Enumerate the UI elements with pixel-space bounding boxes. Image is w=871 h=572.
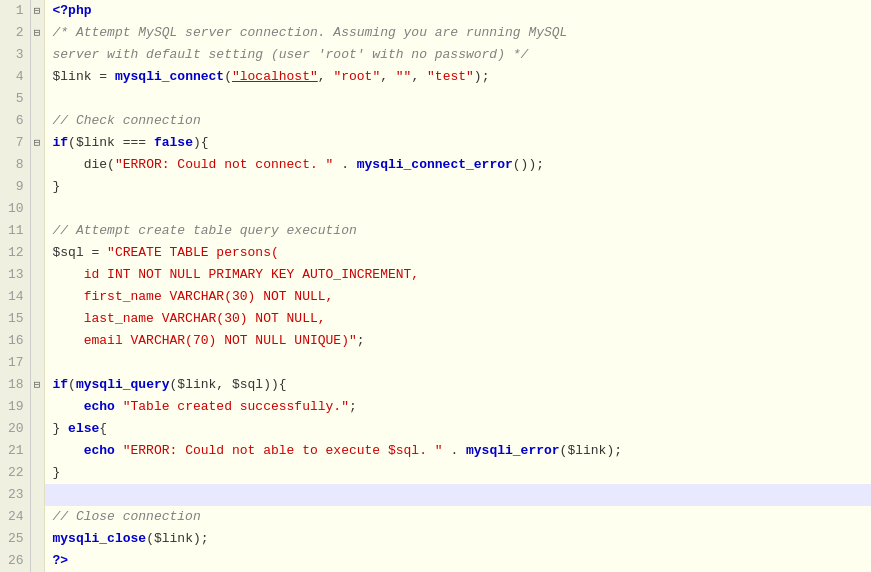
code-line: die("ERROR: Could not connect. " . mysql…	[44, 154, 871, 176]
code-line: $sql = "CREATE TABLE persons(	[44, 242, 871, 264]
fold-indicator	[30, 44, 44, 66]
code-editor: 1⊟<?php2⊟/* Attempt MySQL server connect…	[0, 0, 871, 572]
line-number: 11	[0, 220, 30, 242]
fold-indicator	[30, 66, 44, 88]
fold-indicator	[30, 198, 44, 220]
token: mysqli_connect_error	[357, 157, 513, 172]
token: );	[474, 69, 490, 84]
line-row: 5	[0, 88, 871, 110]
token: {	[99, 421, 107, 436]
line-number: 13	[0, 264, 30, 286]
code-line: last_name VARCHAR(30) NOT NULL,	[44, 308, 871, 330]
code-table: 1⊟<?php2⊟/* Attempt MySQL server connect…	[0, 0, 871, 572]
code-line: $link = mysqli_connect("localhost", "roo…	[44, 66, 871, 88]
line-row: 19 echo "Table created successfully.";	[0, 396, 871, 418]
token: "CREATE TABLE persons(	[107, 245, 279, 260]
token: ?>	[53, 553, 69, 568]
fold-indicator	[30, 154, 44, 176]
line-row: 25mysqli_close($link);	[0, 528, 871, 550]
line-row: 1⊟<?php	[0, 0, 871, 22]
token: }	[53, 421, 69, 436]
code-line: email VARCHAR(70) NOT NULL UNIQUE)";	[44, 330, 871, 352]
fold-indicator	[30, 242, 44, 264]
token: email VARCHAR(70) NOT NULL UNIQUE)"	[53, 333, 357, 348]
token: $sql =	[53, 245, 108, 260]
code-line: mysqli_close($link);	[44, 528, 871, 550]
token: ($link ===	[68, 135, 154, 150]
token: echo	[53, 443, 123, 458]
fold-indicator[interactable]: ⊟	[30, 0, 44, 22]
line-row: 17	[0, 352, 871, 374]
fold-indicator[interactable]: ⊟	[30, 132, 44, 154]
line-row: 12$sql = "CREATE TABLE persons(	[0, 242, 871, 264]
line-row: 10	[0, 198, 871, 220]
token: false	[154, 135, 193, 150]
line-number: 26	[0, 550, 30, 572]
line-row: 9}	[0, 176, 871, 198]
code-line	[44, 352, 871, 374]
code-line: if(mysqli_query($link, $sql)){	[44, 374, 871, 396]
line-number: 8	[0, 154, 30, 176]
line-row: 21 echo "ERROR: Could not able to execut…	[0, 440, 871, 462]
line-row: 15 last_name VARCHAR(30) NOT NULL,	[0, 308, 871, 330]
line-number: 5	[0, 88, 30, 110]
line-number: 23	[0, 484, 30, 506]
token: // Attempt create table query execution	[53, 223, 357, 238]
line-number: 17	[0, 352, 30, 374]
line-row: 26?>	[0, 550, 871, 572]
token: ){	[193, 135, 209, 150]
token: ,	[411, 69, 427, 84]
token: ;	[357, 333, 365, 348]
line-row: 2⊟/* Attempt MySQL server connection. As…	[0, 22, 871, 44]
line-row: 14 first_name VARCHAR(30) NOT NULL,	[0, 286, 871, 308]
token: ,	[318, 69, 334, 84]
token: "localhost"	[232, 69, 318, 84]
line-number: 7	[0, 132, 30, 154]
fold-indicator	[30, 506, 44, 528]
fold-indicator	[30, 286, 44, 308]
code-line: <?php	[44, 0, 871, 22]
token: "ERROR: Could not able to execute $sql. …	[123, 443, 443, 458]
line-row: 23	[0, 484, 871, 506]
line-number: 20	[0, 418, 30, 440]
line-row: 4$link = mysqli_connect("localhost", "ro…	[0, 66, 871, 88]
line-number: 22	[0, 462, 30, 484]
code-line: }	[44, 462, 871, 484]
token: (	[68, 377, 76, 392]
code-line: // Attempt create table query execution	[44, 220, 871, 242]
fold-indicator	[30, 396, 44, 418]
token: /* Attempt MySQL server connection. Assu…	[53, 25, 568, 40]
fold-indicator	[30, 176, 44, 198]
token: server with default setting (user 'root'…	[53, 47, 529, 62]
line-number: 9	[0, 176, 30, 198]
code-line: /* Attempt MySQL server connection. Assu…	[44, 22, 871, 44]
fold-indicator[interactable]: ⊟	[30, 374, 44, 396]
fold-indicator[interactable]: ⊟	[30, 22, 44, 44]
token: if	[53, 377, 69, 392]
token: ""	[396, 69, 412, 84]
fold-indicator	[30, 462, 44, 484]
line-number: 18	[0, 374, 30, 396]
token: }	[53, 179, 61, 194]
fold-indicator	[30, 110, 44, 132]
line-row: 22}	[0, 462, 871, 484]
code-line: } else{	[44, 418, 871, 440]
token: ($link);	[146, 531, 208, 546]
token: "Table created successfully."	[123, 399, 349, 414]
fold-indicator	[30, 264, 44, 286]
line-number: 14	[0, 286, 30, 308]
line-number: 24	[0, 506, 30, 528]
line-row: 16 email VARCHAR(70) NOT NULL UNIQUE)";	[0, 330, 871, 352]
token: .	[443, 443, 466, 458]
line-row: 18⊟if(mysqli_query($link, $sql)){	[0, 374, 871, 396]
token: ());	[513, 157, 544, 172]
line-number: 16	[0, 330, 30, 352]
token: die(	[53, 157, 115, 172]
code-line	[44, 484, 871, 506]
line-row: 6// Check connection	[0, 110, 871, 132]
line-row: 13 id INT NOT NULL PRIMARY KEY AUTO_INCR…	[0, 264, 871, 286]
code-line: // Check connection	[44, 110, 871, 132]
token: <?php	[53, 3, 92, 18]
token: id INT NOT NULL PRIMARY KEY AUTO_INCREME…	[53, 267, 420, 282]
fold-indicator	[30, 550, 44, 572]
